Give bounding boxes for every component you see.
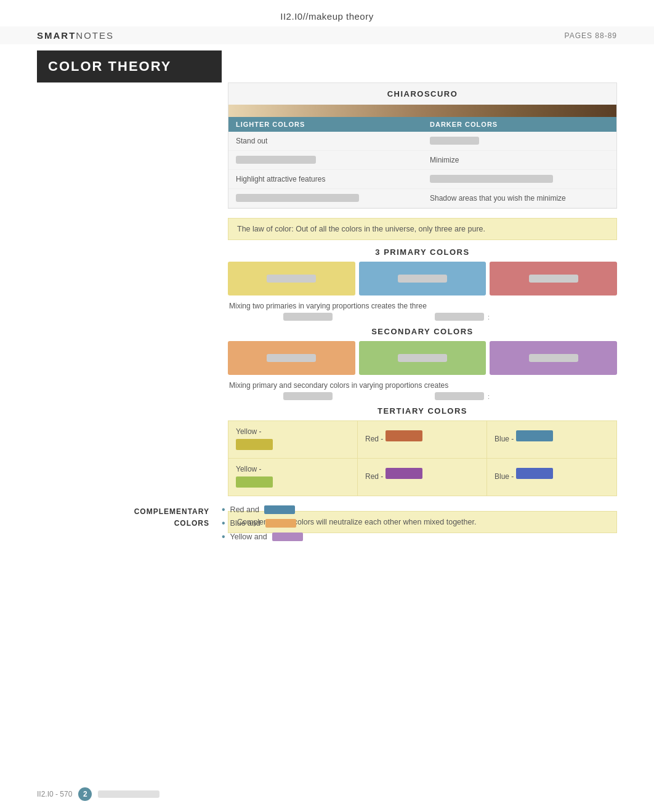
col-darker: DARKER COLORS — [422, 117, 616, 132]
tertiary-swatch-5 — [516, 468, 553, 479]
tertiary-cell-5: Blue - — [487, 459, 616, 496]
tertiary-swatch-0 — [236, 439, 273, 450]
header-title: II2.I0//makeup theory — [280, 11, 373, 22]
comp-bullet-red: • — [222, 505, 225, 515]
swatch-red — [490, 262, 617, 295]
comp-bullet-yellow: • — [222, 532, 225, 542]
mixing-secondary-text: Mixing primary and secondary colors in v… — [228, 381, 617, 390]
comp-swatch-blue — [265, 519, 296, 528]
chiaroscuro-gradient — [228, 105, 616, 117]
comp-text-blue: Blue and — [230, 519, 260, 528]
complementary-label-block: COMPLEMENTARY COLORS — [37, 504, 222, 529]
tertiary-label-3: Yellow - — [236, 465, 262, 473]
comp-bullet-blue: • — [222, 518, 225, 528]
footer-blurred-text — [98, 790, 159, 798]
topbar: SMARTNOTES PAGES 88-89 — [0, 26, 654, 44]
tertiary-label-4: Red - — [365, 472, 383, 481]
swatch-orange — [228, 341, 355, 375]
law-of-color-note: The law of color: Out of all the colors … — [228, 218, 617, 240]
tertiary-grid: Yellow - Red - Blue - Yellow - — [228, 420, 617, 496]
chiaroscuro-table: LIGHTER COLORS DARKER COLORS Stand out M… — [228, 117, 616, 208]
tertiary-cell-4: Red - — [358, 459, 487, 496]
complementary-full-row: COMPLEMENTARY COLORS • Red and • Blue an… — [0, 504, 654, 555]
tertiary-label-1: Red - — [365, 435, 383, 443]
smartnotes-label: SMARTNOTES — [37, 30, 114, 41]
table-row: Highlight attractive features — [228, 170, 616, 189]
law-of-color-text: The law of color: Out of all the colors … — [237, 225, 485, 233]
footer: II2.I0 - 570 2 — [37, 787, 159, 801]
lighter-blurred-4 — [228, 189, 422, 208]
swatch-yellow — [228, 262, 355, 295]
tertiary-colors-heading: TERTIARY COLORS — [228, 406, 617, 416]
mixing-primary-text: Mixing two primaries in varying proporti… — [228, 302, 617, 310]
tertiary-label-5: Blue - — [495, 472, 514, 481]
darker-minimize: Minimize — [422, 151, 616, 170]
table-row: Minimize — [228, 151, 616, 170]
comp-text-yellow: Yellow and — [230, 533, 267, 541]
chiaroscuro-title: CHIAROSCURO — [228, 83, 616, 105]
complementary-list: • Red and • Blue and • Yellow and — [222, 504, 617, 545]
footer-code: II2.I0 - 570 — [37, 790, 72, 798]
footer-page-badge: 2 — [78, 787, 92, 801]
tertiary-swatch-1 — [386, 430, 422, 441]
primary-swatches — [228, 262, 617, 295]
table-row: Stand out — [228, 132, 616, 151]
color-theory-block: COLOR THEORY — [0, 44, 654, 82]
comp-item-red: • Red and — [222, 505, 617, 515]
lighter-highlight: Highlight attractive features — [228, 170, 422, 189]
footer-page-number: 2 — [83, 790, 87, 798]
complementary-label-2: COLORS — [174, 519, 209, 528]
col-lighter: LIGHTER COLORS — [228, 117, 422, 132]
pages-label: PAGES 88-89 — [565, 31, 617, 40]
comp-swatch-red — [264, 505, 295, 514]
complementary-label-1: COMPLEMENTARY — [134, 507, 209, 516]
swatch-blue — [359, 262, 486, 295]
mixing-secondary-subtext: : — [228, 392, 617, 400]
tertiary-swatch-4 — [386, 468, 422, 479]
page-header: II2.I0//makeup theory — [0, 0, 654, 26]
swatch-green — [359, 341, 486, 375]
table-row: Shadow areas that you wish the minimize — [228, 189, 616, 208]
swatch-purple — [490, 341, 617, 375]
tertiary-swatch-2 — [516, 430, 553, 441]
tertiary-cell-0: Yellow - — [228, 421, 358, 459]
lighter-stand-out: Stand out — [228, 132, 422, 151]
tertiary-cell-3: Yellow - — [228, 459, 358, 496]
mixing-primary-subtext: : — [228, 313, 617, 321]
tertiary-label-0: Yellow - — [236, 427, 262, 436]
tertiary-swatch-3 — [236, 476, 273, 488]
secondary-swatches — [228, 341, 617, 375]
comp-item-yellow: • Yellow and — [222, 532, 617, 542]
chiaroscuro-section: CHIAROSCURO LIGHTER COLORS DARKER COLORS… — [228, 82, 617, 209]
page: II2.I0//makeup theory SMARTNOTES PAGES 8… — [0, 0, 654, 812]
darker-blurred-3 — [422, 170, 616, 189]
comp-text-red: Red and — [230, 505, 259, 514]
primary-colors-heading: 3 PRIMARY COLORS — [228, 247, 617, 257]
secondary-colors-heading: SECONDARY COLORS — [228, 327, 617, 336]
tertiary-label-2: Blue - — [495, 435, 514, 443]
right-column: CHIAROSCURO LIGHTER COLORS DARKER COLORS… — [222, 82, 617, 541]
comp-swatch-yellow — [272, 533, 303, 541]
content-area: CHIAROSCURO LIGHTER COLORS DARKER COLORS… — [0, 82, 654, 541]
darker-blurred-1 — [422, 132, 616, 151]
darker-shadow: Shadow areas that you wish the minimize — [422, 189, 616, 208]
comp-item-blue: • Blue and — [222, 518, 617, 528]
tertiary-cell-1: Red - — [358, 421, 487, 459]
tertiary-cell-2: Blue - — [487, 421, 616, 459]
color-theory-title: COLOR THEORY — [37, 50, 222, 82]
left-column — [37, 82, 222, 541]
lighter-blurred-2 — [228, 151, 422, 170]
